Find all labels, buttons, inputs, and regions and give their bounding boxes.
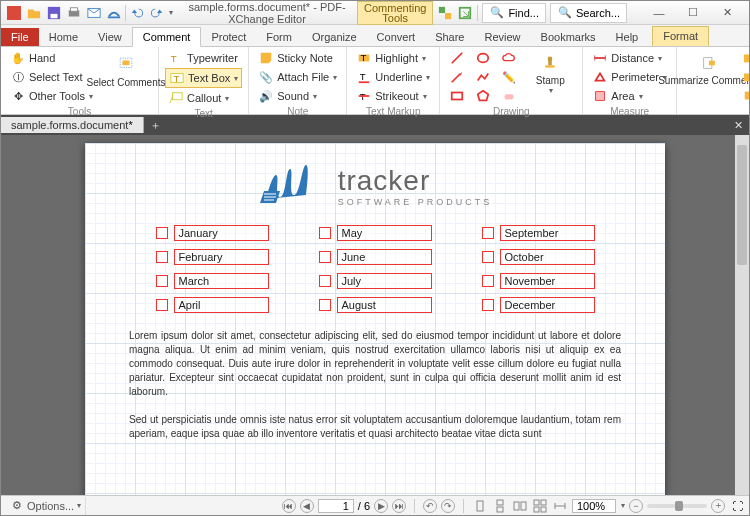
- checkbox[interactable]: [482, 251, 494, 263]
- layout-cont-icon[interactable]: [492, 498, 508, 514]
- tab-organize[interactable]: Organize: [302, 28, 367, 46]
- tab-review[interactable]: Review: [474, 28, 530, 46]
- print-icon[interactable]: [65, 4, 83, 22]
- month-label[interactable]: August: [337, 297, 432, 313]
- search-button[interactable]: 🔍Search...: [550, 3, 627, 23]
- month-label[interactable]: December: [500, 297, 595, 313]
- month-label[interactable]: May: [337, 225, 432, 241]
- month-label[interactable]: October: [500, 249, 595, 265]
- eraser-tool[interactable]: [498, 87, 520, 105]
- document-tab[interactable]: sample.forms.document*: [1, 117, 144, 133]
- underline-tool[interactable]: TUnderline▾: [353, 68, 433, 86]
- launch-icon[interactable]: [457, 5, 473, 21]
- save-icon[interactable]: [45, 4, 63, 22]
- document-viewport[interactable]: tracker SOFTWARE PRODUCTS JanuaryFebruar…: [1, 135, 749, 497]
- arrow-tool[interactable]: [446, 68, 468, 86]
- checkbox[interactable]: [156, 227, 168, 239]
- select-text-tool[interactable]: ⒾSelect Text: [7, 68, 96, 86]
- last-page-button[interactable]: ⏭: [392, 499, 406, 513]
- fullscreen-icon[interactable]: ⛶: [729, 498, 745, 514]
- month-label[interactable]: September: [500, 225, 595, 241]
- zoom-slider[interactable]: [647, 504, 707, 508]
- month-label[interactable]: January: [174, 225, 269, 241]
- select-comments[interactable]: Select Comments: [100, 49, 152, 105]
- page-number-input[interactable]: 1: [318, 499, 354, 513]
- month-label[interactable]: April: [174, 297, 269, 313]
- import-comments[interactable]: Import: [739, 49, 750, 67]
- tab-protect[interactable]: Protect: [201, 28, 256, 46]
- callout-tool[interactable]: Callout▾: [165, 89, 242, 107]
- checkbox[interactable]: [482, 275, 494, 287]
- checkbox[interactable]: [156, 251, 168, 263]
- cloud-tool[interactable]: [498, 49, 520, 67]
- distance-tool[interactable]: Distance▾: [589, 49, 670, 67]
- area-tool[interactable]: Area▾: [589, 87, 670, 105]
- month-label[interactable]: June: [337, 249, 432, 265]
- zoom-in-button[interactable]: ＋: [711, 499, 725, 513]
- tab-view[interactable]: View: [88, 28, 132, 46]
- layout-facing-cont-icon[interactable]: [532, 498, 548, 514]
- tab-share[interactable]: Share: [425, 28, 474, 46]
- minimize-button[interactable]: —: [645, 4, 673, 22]
- tab-home[interactable]: Home: [39, 28, 88, 46]
- nav-fwd-button[interactable]: ↷: [441, 499, 455, 513]
- app-icon[interactable]: [5, 4, 23, 22]
- layout-single-icon[interactable]: [472, 498, 488, 514]
- other-tools[interactable]: ✥Other Tools▾: [7, 87, 96, 105]
- export-comments[interactable]: Export: [739, 68, 750, 86]
- hand-tool[interactable]: ✋Hand: [7, 49, 96, 67]
- month-label[interactable]: July: [337, 273, 432, 289]
- checkbox[interactable]: [319, 251, 331, 263]
- tab-help[interactable]: Help: [606, 28, 649, 46]
- tab-comment[interactable]: Comment: [132, 27, 202, 47]
- options-button[interactable]: ⚙Options...▾: [5, 497, 86, 515]
- text-box-tool[interactable]: TText Box▾: [165, 68, 242, 88]
- checkbox[interactable]: [482, 227, 494, 239]
- nav-back-button[interactable]: ↶: [423, 499, 437, 513]
- line-tool[interactable]: [446, 49, 468, 67]
- checkbox[interactable]: [319, 227, 331, 239]
- highlight-tool[interactable]: THighlight▾: [353, 49, 433, 67]
- tab-convert[interactable]: Convert: [367, 28, 426, 46]
- redo-icon[interactable]: [148, 4, 166, 22]
- scrollbar-thumb[interactable]: [737, 145, 747, 265]
- checkbox[interactable]: [156, 299, 168, 311]
- maximize-button[interactable]: ☐: [679, 4, 707, 22]
- attach-file-tool[interactable]: 📎Attach File▾: [255, 68, 340, 86]
- scan-icon[interactable]: [105, 4, 123, 22]
- checkbox[interactable]: [156, 275, 168, 287]
- month-label[interactable]: March: [174, 273, 269, 289]
- zoom-out-button[interactable]: −: [629, 499, 643, 513]
- tab-format[interactable]: Format: [652, 26, 709, 46]
- close-button[interactable]: ✕: [713, 4, 741, 22]
- month-label[interactable]: November: [500, 273, 595, 289]
- month-label[interactable]: February: [174, 249, 269, 265]
- close-tab-button[interactable]: ✕: [728, 119, 749, 132]
- tab-form[interactable]: Form: [256, 28, 302, 46]
- fit-width-icon[interactable]: [552, 498, 568, 514]
- oval-tool[interactable]: [472, 49, 494, 67]
- typewriter-tool[interactable]: TTypewriter: [165, 49, 242, 67]
- undo-icon[interactable]: [128, 4, 146, 22]
- first-page-button[interactable]: ⏮: [282, 499, 296, 513]
- prev-page-button[interactable]: ◀: [300, 499, 314, 513]
- rect-tool[interactable]: [446, 87, 468, 105]
- next-page-button[interactable]: ▶: [374, 499, 388, 513]
- zoom-input[interactable]: 100%: [572, 499, 616, 513]
- summarize-comments[interactable]: Summarize Comments: [683, 49, 735, 105]
- checkbox[interactable]: [319, 299, 331, 311]
- tab-bookmarks[interactable]: Bookmarks: [531, 28, 606, 46]
- checkbox[interactable]: [482, 299, 494, 311]
- sound-tool[interactable]: 🔊Sound▾: [255, 87, 340, 105]
- open-icon[interactable]: [25, 4, 43, 22]
- email-icon[interactable]: [85, 4, 103, 22]
- find-button[interactable]: 🔍Find...: [482, 3, 546, 23]
- ui-options-icon[interactable]: [437, 5, 453, 21]
- polygon-tool[interactable]: [472, 87, 494, 105]
- sticky-note-tool[interactable]: Sticky Note: [255, 49, 340, 67]
- vertical-scrollbar[interactable]: [735, 135, 749, 497]
- zoom-dropdown[interactable]: ▾: [621, 501, 625, 510]
- polyline-tool[interactable]: [472, 68, 494, 86]
- show-comments[interactable]: Show▾: [739, 87, 750, 105]
- layout-facing-icon[interactable]: [512, 498, 528, 514]
